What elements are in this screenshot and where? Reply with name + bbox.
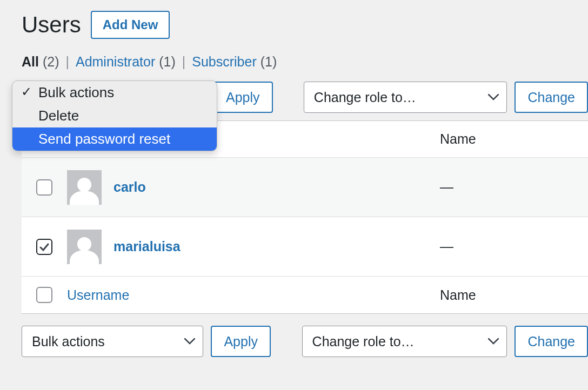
role-filter-links: All (2) | Administrator (1) | Subscriber… bbox=[22, 54, 588, 70]
row-checkbox[interactable] bbox=[36, 179, 52, 196]
avatar bbox=[67, 170, 102, 205]
add-new-button[interactable]: Add New bbox=[91, 11, 170, 39]
name-cell: — bbox=[440, 179, 453, 194]
username-link[interactable]: carlo bbox=[113, 179, 146, 195]
apply-button-bottom[interactable]: Apply bbox=[211, 326, 271, 357]
tablenav-bottom: Bulk actions Apply Change role to… Chang… bbox=[22, 326, 588, 357]
bulk-option-bulk-actions[interactable]: Bulk actions bbox=[12, 81, 217, 104]
filter-administrator[interactable]: Administrator (1) bbox=[76, 54, 176, 70]
name-cell: — bbox=[440, 239, 453, 254]
bulk-option-delete[interactable]: Delete bbox=[12, 104, 217, 127]
table-footer-row: Username Name bbox=[22, 277, 588, 313]
column-header-name: Name bbox=[440, 131, 588, 147]
bulk-option-send-password-reset[interactable]: Send password reset bbox=[12, 127, 217, 151]
chevron-down-icon bbox=[488, 94, 499, 100]
change-button-bottom[interactable]: Change bbox=[514, 326, 588, 357]
chevron-down-icon bbox=[184, 338, 195, 345]
chevron-down-icon bbox=[488, 338, 499, 345]
tablenav-top: Bulk actions Bulk actions Delete Send pa… bbox=[22, 82, 588, 113]
avatar bbox=[67, 230, 102, 264]
page-title: Users bbox=[22, 12, 81, 38]
column-footer-name: Name bbox=[440, 287, 588, 303]
username-link[interactable]: marialuisa bbox=[113, 239, 181, 254]
change-role-select-bottom[interactable]: Change role to… bbox=[302, 326, 507, 357]
column-footer-username[interactable]: Username bbox=[67, 287, 440, 303]
table-row: marialuisa — bbox=[22, 217, 588, 277]
bulk-actions-select-bottom[interactable]: Bulk actions bbox=[22, 326, 203, 357]
select-all-checkbox-bottom[interactable] bbox=[36, 287, 52, 303]
change-role-select-top[interactable]: Change role to… bbox=[304, 82, 507, 113]
filter-subscriber[interactable]: Subscriber (1) bbox=[192, 54, 277, 70]
row-checkbox[interactable] bbox=[36, 239, 52, 255]
table-row: carlo — bbox=[22, 158, 588, 217]
change-button-top[interactable]: Change bbox=[514, 82, 588, 113]
apply-button-top[interactable]: Apply bbox=[213, 82, 273, 113]
filter-all[interactable]: All (2) bbox=[22, 54, 59, 70]
bulk-actions-dropdown: Bulk actions Delete Send password reset bbox=[12, 80, 217, 151]
